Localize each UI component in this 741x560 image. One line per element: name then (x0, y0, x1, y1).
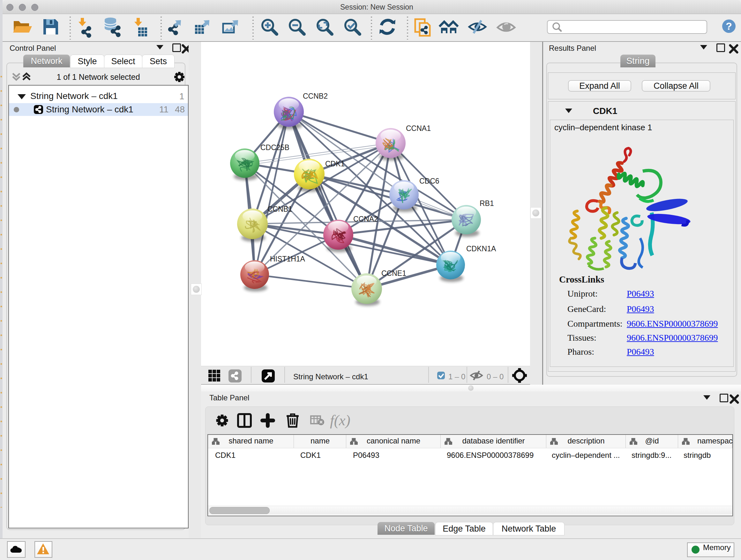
svg-text:CDK1: CDK1 (325, 160, 345, 168)
svg-text:CCNA1: CCNA1 (406, 124, 431, 132)
svg-text:0 – 0: 0 – 0 (487, 372, 503, 381)
svg-text:1 of 1 Network selected: 1 of 1 Network selected (57, 72, 140, 81)
svg-text:RB1: RB1 (480, 199, 494, 207)
svg-text:CCNA2: CCNA2 (353, 215, 378, 223)
svg-text:f(x): f(x) (330, 412, 350, 428)
svg-text:CDC25B: CDC25B (260, 143, 289, 152)
svg-text:CDKN1A: CDKN1A (466, 245, 496, 253)
svg-text:CCNB1: CCNB1 (267, 205, 292, 213)
svg-text:CDC6: CDC6 (419, 177, 440, 185)
svg-text:HIST1H1A: HIST1H1A (270, 255, 306, 263)
svg-text:CCNB2: CCNB2 (303, 92, 328, 100)
svg-text:CCNE1: CCNE1 (381, 269, 406, 277)
svg-text:1 – 0: 1 – 0 (448, 372, 465, 381)
svg-text:String Network – cdk1: String Network – cdk1 (293, 372, 368, 381)
svg-text:?: ? (726, 20, 732, 32)
